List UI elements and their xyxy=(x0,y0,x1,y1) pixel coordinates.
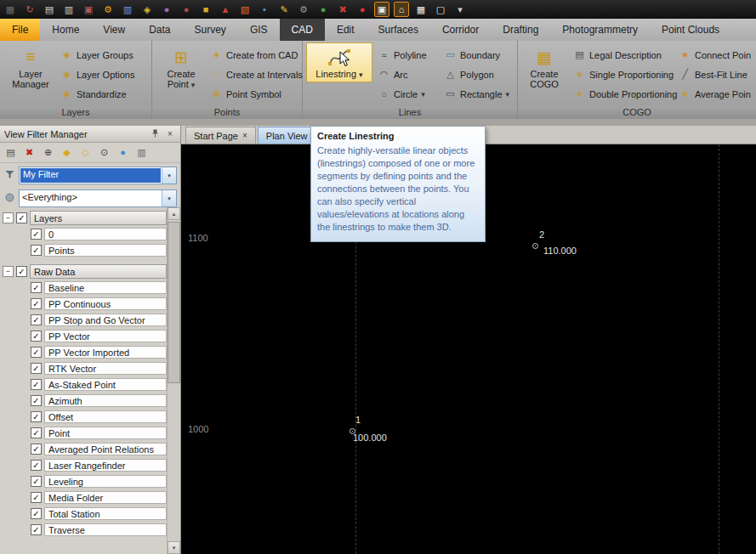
layer-options-button[interactable]: ◈ Layer Options xyxy=(60,67,134,82)
boundary-button[interactable]: ▭ Boundary xyxy=(444,48,509,62)
draw-icon[interactable]: ✎ xyxy=(277,3,291,16)
collapse-icon[interactable] xyxy=(3,266,14,277)
tab-home[interactable]: Home xyxy=(40,19,91,41)
tree-scrollbar[interactable] xyxy=(167,207,180,554)
point-icon[interactable]: • xyxy=(258,3,271,16)
item-checkbox[interactable] xyxy=(31,245,42,256)
window-icon[interactable]: ▢ xyxy=(434,3,447,16)
tree-item[interactable]: Traverse xyxy=(0,522,167,538)
show-layers-icon[interactable]: ◆ xyxy=(60,146,73,159)
tab-point-clouds[interactable]: Point Clouds xyxy=(650,19,731,41)
item-checkbox[interactable] xyxy=(31,492,42,503)
tree-group-layers[interactable]: Layers xyxy=(0,210,167,226)
world-icon[interactable]: ● xyxy=(117,146,129,159)
rover-icon[interactable]: ■ xyxy=(199,3,213,16)
record-icon[interactable]: ● xyxy=(355,3,369,16)
item-checkbox[interactable] xyxy=(31,476,42,487)
double-proportioning-button[interactable]: ∗ Double Proportioning xyxy=(573,87,675,101)
capture-icon[interactable]: ▣ xyxy=(375,3,389,16)
polygon-button[interactable]: △ Polygon xyxy=(444,67,509,82)
create-point-button[interactable]: ⊞ Create Point ▾ xyxy=(157,42,205,93)
chart-icon[interactable]: ▲ xyxy=(219,3,232,16)
scroll-thumb[interactable] xyxy=(168,222,180,383)
rectangle-button[interactable]: ▭ Rectangle ▾ xyxy=(444,87,509,101)
tree-item[interactable]: Leveling xyxy=(0,473,167,489)
tree-item[interactable]: Offset xyxy=(0,409,167,425)
raw-data-checkbox[interactable] xyxy=(16,266,27,277)
tab-file[interactable]: File xyxy=(0,19,40,41)
item-checkbox[interactable] xyxy=(31,395,42,406)
item-checkbox[interactable] xyxy=(31,508,42,519)
options-icon[interactable]: ▥ xyxy=(135,146,148,159)
tree-item[interactable]: Total Station xyxy=(0,506,167,522)
close-panel-icon[interactable]: × xyxy=(164,129,176,138)
paste-icon[interactable]: ▥ xyxy=(62,3,76,16)
tab-drafting[interactable]: Drafting xyxy=(491,19,550,41)
item-checkbox[interactable] xyxy=(31,298,42,309)
tree-group-raw-data[interactable]: Raw Data xyxy=(0,263,167,280)
tab-survey[interactable]: Survey xyxy=(183,19,238,41)
tree-item[interactable]: Point xyxy=(0,425,167,441)
filter-combo[interactable]: My Filter xyxy=(19,167,177,184)
legal-description-button[interactable]: ▤ Legal Description xyxy=(573,48,675,62)
edit-plan-icon[interactable]: ▧ xyxy=(238,3,252,16)
create-at-intervals-button[interactable]: ⋯ Create at Intervals xyxy=(210,67,275,82)
circle-button[interactable]: ○ Circle ▾ xyxy=(378,87,442,101)
layers-checkbox[interactable] xyxy=(16,212,27,223)
app-icon[interactable]: ▦ xyxy=(3,3,17,16)
tree-item[interactable]: As-Staked Point xyxy=(0,376,167,393)
tab-cad[interactable]: CAD xyxy=(280,19,325,41)
tab-data[interactable]: Data xyxy=(137,19,182,41)
layer-manager-button[interactable]: ≡ Layer Manager xyxy=(4,42,57,92)
tree-item[interactable]: Averaged Point Relations xyxy=(0,441,167,457)
tab-photogrammetry[interactable]: Photogrammetry xyxy=(550,19,650,41)
new-filter-icon[interactable]: ▤ xyxy=(4,146,17,159)
tree-item[interactable]: PP Stop and Go Vector xyxy=(0,312,167,328)
item-checkbox[interactable] xyxy=(31,444,42,455)
scroll-up-icon[interactable] xyxy=(168,207,180,220)
tree-item[interactable]: Azimuth xyxy=(0,393,167,409)
tree-item[interactable]: PP Continuous xyxy=(0,296,167,312)
filter-combo-arrow-icon[interactable] xyxy=(162,167,176,184)
project-icon[interactable]: ▥ xyxy=(121,3,134,16)
tab-start-page[interactable]: Start Page × xyxy=(185,127,256,144)
item-checkbox[interactable] xyxy=(31,363,42,374)
item-checkbox[interactable] xyxy=(31,411,42,422)
zoom-extents-icon[interactable]: ⊙ xyxy=(98,146,111,159)
save-icon[interactable]: ▣ xyxy=(82,3,95,16)
arc-button[interactable]: ◠ Arc xyxy=(378,67,442,82)
tools-icon[interactable]: ⚙ xyxy=(297,3,310,16)
home-view-icon[interactable]: ⌂ xyxy=(395,3,408,16)
item-checkbox[interactable] xyxy=(31,460,42,471)
tab-corridor[interactable]: Corridor xyxy=(430,19,491,41)
standardize-button[interactable]: ◈ Standardize xyxy=(60,87,134,101)
single-proportioning-button[interactable]: ∗ Single Proportioning xyxy=(573,67,675,82)
tab-surfaces[interactable]: Surfaces xyxy=(367,19,430,41)
abort-icon[interactable]: ✖ xyxy=(336,3,350,16)
create-cogo-button[interactable]: ▦ Create COGO xyxy=(520,42,568,92)
start-icon[interactable]: ● xyxy=(316,3,330,16)
item-checkbox[interactable] xyxy=(31,427,42,438)
tree-item[interactable]: Laser Rangefinder xyxy=(0,457,167,473)
tab-view[interactable]: View xyxy=(91,19,137,41)
point-symbol-button[interactable]: ⊕ Point Symbol xyxy=(210,87,275,101)
hide-layers-icon[interactable]: ◇ xyxy=(79,146,92,159)
item-checkbox[interactable] xyxy=(31,524,42,535)
sync-icon[interactable]: ↻ xyxy=(23,3,37,16)
item-checkbox[interactable] xyxy=(31,331,42,342)
user-icon[interactable]: ● xyxy=(160,3,173,16)
tree-item[interactable]: Baseline xyxy=(0,280,167,296)
delete-filter-icon[interactable]: ✖ xyxy=(23,146,36,159)
tree-item[interactable]: PP Vector Imported xyxy=(0,344,167,360)
average-point-button[interactable]: ∗ Average Poin xyxy=(679,87,751,101)
copy-icon[interactable]: ▤ xyxy=(43,3,56,16)
polyline-button[interactable]: ≈ Polyline xyxy=(378,48,442,62)
zoom-selected-icon[interactable]: ⊕ xyxy=(42,146,54,159)
pin-icon[interactable] xyxy=(149,129,161,139)
tree-item[interactable]: 0 xyxy=(0,226,167,242)
tree-item[interactable]: RTK Vector xyxy=(0,360,167,376)
item-checkbox[interactable] xyxy=(31,347,42,358)
point-marker-2[interactable] xyxy=(532,243,538,249)
tab-edit[interactable]: Edit xyxy=(325,19,367,41)
settings-icon[interactable]: ⚙ xyxy=(101,3,115,16)
